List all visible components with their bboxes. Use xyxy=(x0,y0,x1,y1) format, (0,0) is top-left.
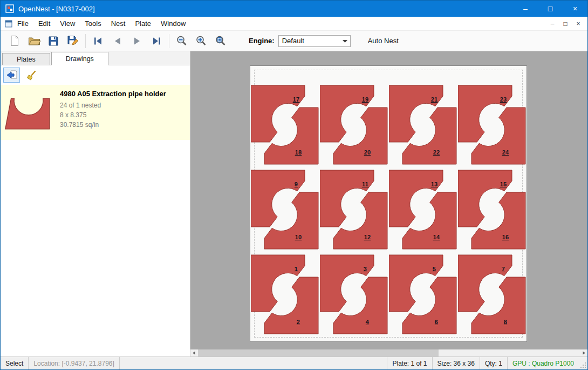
mdi-restore-button[interactable]: □ xyxy=(559,18,571,29)
nested-part-pair[interactable]: 2324 xyxy=(458,84,527,169)
engine-selected-value: Default xyxy=(279,37,340,45)
mdi-child-icon xyxy=(5,20,12,28)
mdi-window-controls: – □ × xyxy=(546,18,584,29)
import-drawing-button[interactable] xyxy=(3,68,20,83)
part-number-label: 6 xyxy=(435,319,438,325)
last-plate-button[interactable] xyxy=(147,32,166,50)
plate-sheet[interactable]: 171819202122232491011121314151612345678 xyxy=(250,65,527,342)
nested-part-pair[interactable]: 56 xyxy=(389,254,458,339)
save-as-button[interactable] xyxy=(63,32,83,50)
new-button[interactable] xyxy=(5,32,24,50)
nested-part-pair[interactable]: 78 xyxy=(458,254,527,339)
nested-part-shapes xyxy=(251,169,319,251)
main-area: Plates Drawings xyxy=(1,51,587,356)
nested-part-pair[interactable]: 12 xyxy=(251,254,320,339)
plate-cells: 171819202122232491011121314151612345678 xyxy=(251,84,527,339)
blue-arrow-page-icon xyxy=(6,70,17,80)
toolbar-separator xyxy=(169,34,169,48)
title-bar[interactable]: OpenNest - [N0317-002] – □ × xyxy=(1,1,587,17)
nested-part-shapes xyxy=(458,254,526,336)
part-number-label: 23 xyxy=(500,96,507,103)
drawing-area: 30.7815 sq/in xyxy=(60,120,166,130)
part-number-label: 12 xyxy=(364,234,371,240)
zoom-fit-icon xyxy=(215,35,227,46)
menu-view[interactable]: View xyxy=(55,17,80,30)
tab-plates[interactable]: Plates xyxy=(2,53,50,65)
nested-part-pair[interactable]: 1112 xyxy=(320,169,389,254)
chevron-down-icon[interactable] xyxy=(340,39,350,43)
go-first-icon xyxy=(92,36,105,46)
engine-select[interactable]: Default xyxy=(278,35,351,47)
zoom-in-icon xyxy=(195,35,207,46)
menu-tools[interactable]: Tools xyxy=(80,17,106,30)
auto-nest-button[interactable]: Auto Nest xyxy=(364,34,403,48)
menu-window[interactable]: Window xyxy=(156,17,190,30)
nested-part-pair[interactable]: 34 xyxy=(320,254,389,339)
close-button[interactable]: × xyxy=(563,1,587,17)
drawing-dimensions: 8 x 8.375 xyxy=(60,110,166,120)
nested-part-pair[interactable]: 2122 xyxy=(389,84,458,169)
save-button[interactable] xyxy=(44,32,63,50)
app-window: OpenNest - [N0317-002] – □ × File Edit V… xyxy=(0,0,588,370)
part-number-label: 8 xyxy=(504,319,507,325)
menu-bar: File Edit View Tools Nest Plate Window –… xyxy=(1,17,587,31)
zoom-fit-button[interactable] xyxy=(211,32,230,50)
menu-nest[interactable]: Nest xyxy=(106,17,131,30)
nested-part-shapes xyxy=(251,254,319,336)
drawing-list-item[interactable]: 4980 A05 Extraction pipe holder 24 of 1 … xyxy=(1,85,190,140)
nested-part-pair[interactable]: 1718 xyxy=(251,84,320,169)
clear-drawings-button[interactable] xyxy=(23,68,40,83)
part-number-label: 15 xyxy=(500,181,507,187)
broom-icon xyxy=(26,70,37,80)
maximize-button[interactable]: □ xyxy=(538,1,563,17)
previous-plate-button[interactable] xyxy=(108,32,127,50)
status-right-group: Plate: 1 of 1 Size: 36 x 36 Qty: 1 GPU :… xyxy=(387,357,587,369)
status-mode: Select xyxy=(1,357,29,369)
part-number-label: 22 xyxy=(433,149,440,156)
document-icon xyxy=(5,20,12,28)
drawing-nested-count: 24 of 1 nested xyxy=(60,100,166,110)
nested-part-shapes xyxy=(458,84,526,166)
scroll-left-button[interactable] xyxy=(190,349,197,356)
window-title: OpenNest - [N0317-002] xyxy=(18,5,95,13)
menu-plate[interactable]: Plate xyxy=(130,17,156,30)
nested-part-pair[interactable]: 1920 xyxy=(320,84,389,169)
nest-canvas[interactable]: 171819202122232491011121314151612345678 xyxy=(190,51,587,356)
first-plate-button[interactable] xyxy=(88,32,108,50)
mdi-minimize-button[interactable]: – xyxy=(546,18,558,29)
resize-grip[interactable] xyxy=(579,357,587,369)
drawing-info: 4980 A05 Extraction pipe holder 24 of 1 … xyxy=(60,90,166,130)
menu-edit[interactable]: Edit xyxy=(33,17,55,30)
go-next-icon xyxy=(131,36,143,46)
status-size: Size: 36 x 36 xyxy=(432,357,480,369)
mdi-close-button[interactable]: × xyxy=(572,18,584,29)
nested-part-pair[interactable]: 1516 xyxy=(458,169,527,254)
open-button[interactable] xyxy=(24,32,44,50)
opennest-logo-icon xyxy=(5,4,14,13)
next-plate-button[interactable] xyxy=(127,32,147,50)
part-number-label: 11 xyxy=(362,181,368,187)
menu-file[interactable]: File xyxy=(12,17,33,30)
canvas-horizontal-scrollbar[interactable] xyxy=(190,349,587,356)
scroll-right-button[interactable] xyxy=(580,349,587,356)
part-number-label: 4 xyxy=(366,319,369,325)
nested-part-pair[interactable]: 1314 xyxy=(389,169,458,254)
status-location: Location: [-0.9437, 21.8796] xyxy=(29,357,119,369)
panel-tabstrip: Plates Drawings xyxy=(1,51,190,65)
nested-part-pair[interactable]: 910 xyxy=(251,169,320,254)
main-toolbar: Engine: Default Auto Nest xyxy=(1,31,587,51)
nested-part-shapes xyxy=(389,254,457,336)
nested-part-shapes xyxy=(320,84,388,166)
part-number-label: 2 xyxy=(297,319,300,325)
part-number-label: 5 xyxy=(433,266,436,272)
scrollbar-thumb[interactable] xyxy=(198,349,439,356)
tab-drawings[interactable]: Drawings xyxy=(51,52,108,65)
zoom-out-button[interactable] xyxy=(172,32,192,50)
status-bar: Select Location: [-0.9437, 21.8796] Plat… xyxy=(1,356,587,369)
engine-label: Engine: xyxy=(249,37,275,45)
part-number-label: 3 xyxy=(364,266,367,272)
part-shape-thumbnail xyxy=(4,90,53,133)
zoom-in-button[interactable] xyxy=(192,32,211,50)
minimize-button[interactable]: – xyxy=(513,1,538,17)
left-panel: Plates Drawings xyxy=(1,51,190,356)
